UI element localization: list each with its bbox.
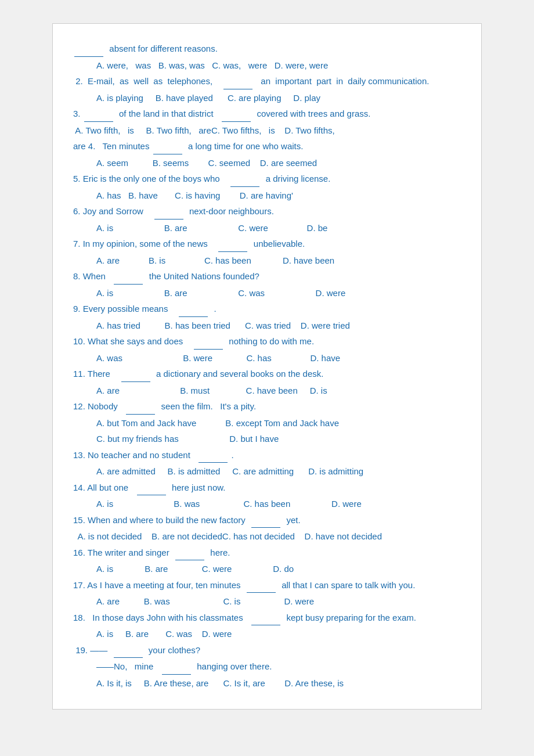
blank-14 — [137, 480, 166, 496]
question-10: 10. What she says and does nothing to do… — [73, 334, 461, 350]
question-9: 9. Every possible means . — [73, 301, 461, 317]
options-10: A. was B. were C. has D. have — [73, 351, 461, 366]
question-17: 17. As I have a meeting at four, ten min… — [73, 578, 461, 593]
blank-5 — [230, 171, 259, 187]
line-1: absent for different reasons. — [73, 41, 461, 57]
question-8: 8. When the United Nations founded? — [73, 269, 461, 285]
blank-18 — [251, 610, 280, 626]
content-area: absent for different reasons. A. were, w… — [73, 41, 461, 690]
options-6: A. is B. are C. were D. be — [73, 221, 461, 236]
options-3b: are 4. Ten minutes a long time for one w… — [73, 139, 461, 154]
options-9: A. has tried B. has been tried C. was tr… — [73, 318, 461, 333]
question-19b: ——No, mine hanging over there. — [73, 659, 461, 675]
options-14: A. is B. was C. has been D. were — [73, 496, 461, 512]
question-3: 3. of the land in that district covered … — [73, 106, 461, 122]
question-7: 7. In my opinion, some of the news unbel… — [73, 236, 461, 252]
question-2: 2. E-mail, as well as telephones, an imp… — [73, 74, 461, 89]
options-5: A. has B. have C. is having D. are havin… — [73, 188, 461, 203]
question-12: 12. Nobody seen the film. It's a pity. — [73, 399, 461, 415]
question-19: 19. —— your clothes? — [73, 643, 461, 658]
blank-2 — [223, 74, 252, 89]
options-1: A. were, was B. was, was C. was, were D.… — [73, 58, 461, 73]
blank-15 — [251, 513, 280, 528]
options-12a: A. but Tom and Jack have B. except Tom a… — [73, 416, 461, 431]
blank-13 — [199, 448, 228, 463]
blank-3b — [222, 106, 251, 122]
blank-11 — [121, 366, 150, 382]
options-12b: C. but my friends has D. but I have — [73, 431, 461, 447]
question-15: 15. When and where to build the new fact… — [73, 513, 461, 528]
question-5: 5. Eric is the only one of the boys who … — [73, 171, 461, 187]
options-16: A. is B. are C. were D. do — [73, 561, 461, 577]
options-19: A. Is it, is B. Are these, are C. Is it,… — [73, 676, 461, 691]
options-18: A. is B. are C. was D. were — [73, 627, 461, 642]
question-14: 14. All but one here just now. — [73, 480, 461, 496]
blank-12 — [126, 399, 155, 415]
question-16: 16. The writer and singer here. — [73, 545, 461, 561]
question-11: 11. There a dictionary and several books… — [73, 366, 461, 382]
blank-6 — [154, 204, 183, 219]
blank-16 — [175, 545, 204, 561]
options-15: A. is not decided B. are not decidedC. h… — [73, 529, 461, 544]
page-container: absent for different reasons. A. were, w… — [52, 23, 482, 710]
blank-8 — [114, 269, 143, 285]
options-7: A. are B. is C. has been D. have been — [73, 253, 461, 268]
blank-1 — [74, 41, 103, 57]
options-3a: A. Two fifth, is B. Two fifth, areC. Two… — [73, 123, 461, 138]
options-11: A. are B. must C. have been D. is — [73, 383, 461, 398]
blank-17 — [247, 578, 276, 593]
blank-9 — [179, 301, 208, 317]
question-13: 13. No teacher and no student . — [73, 448, 461, 463]
options-17: A. are B. was C. is D. were — [73, 594, 461, 609]
question-6: 6. Joy and Sorrow next-door neighbours. — [73, 204, 461, 219]
options-8: A. is B. are C. was D. were — [73, 286, 461, 301]
blank-19a — [114, 643, 143, 658]
question-18: 18. In those days John with his classmat… — [73, 610, 461, 626]
blank-10 — [194, 334, 223, 350]
blank-3a — [84, 106, 113, 122]
options-13: A. are admitted B. is admitted C. are ad… — [73, 464, 461, 479]
blank-19b — [162, 659, 191, 675]
blank-7 — [218, 236, 247, 252]
blank-4 — [153, 139, 182, 154]
options-2: A. is playing B. have played C. are play… — [73, 91, 461, 106]
options-4: A. seem B. seems C. seemed D. are seemed — [73, 156, 461, 171]
